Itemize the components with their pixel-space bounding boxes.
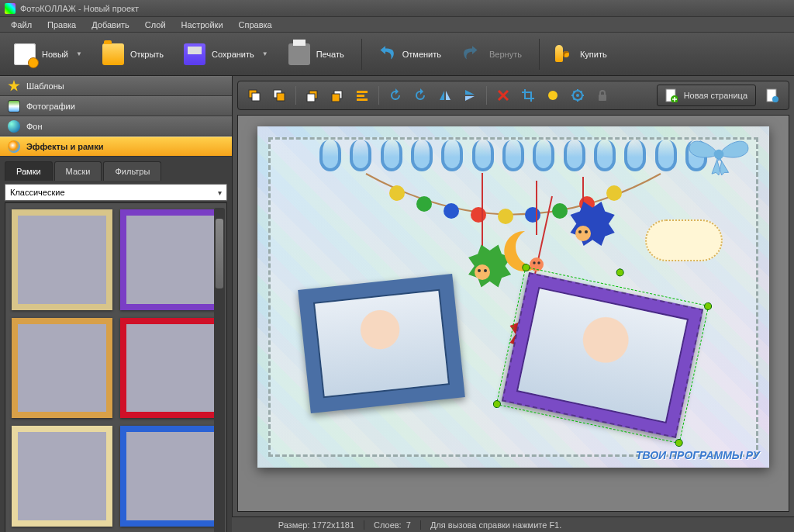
frame-thumb[interactable] [120,426,221,527]
redo-button: Вернуть [454,39,530,70]
new-icon [14,43,36,65]
frame-thumb[interactable] [120,209,221,310]
chevron-down-icon: ▼ [262,50,268,57]
svg-point-39 [575,226,591,241]
sidebar-item-effects[interactable]: Эффекты и рамки [0,136,232,157]
svg-rect-9 [357,95,364,97]
sidebar-item-templates[interactable]: Шаблоны [0,76,232,96]
tab-filters[interactable]: Фильтры [103,161,161,181]
spiral-decoration [319,140,707,173]
menu-settings[interactable]: Настройки [175,19,230,31]
align-button[interactable] [350,85,374,105]
canvas-toolbar: Новая страница [237,81,789,110]
effects-button[interactable] [541,85,564,105]
svg-rect-10 [357,98,368,101]
frame-thumb[interactable] [12,318,112,419]
canvas-area: Новая страница [233,76,794,516]
menu-help[interactable]: Справка [233,19,278,31]
send-backward-button[interactable] [301,85,324,105]
svg-point-21 [416,196,432,212]
bow-decoration [684,131,754,178]
svg-rect-8 [357,91,368,93]
crop-button[interactable] [516,85,540,105]
svg-rect-3 [277,93,285,101]
frames-grid [5,202,227,532]
photo-frame-1[interactable] [298,274,465,413]
effects-panel: Рамки Маски Фильтры Классические Создать… [0,157,232,532]
page-settings-button[interactable] [761,85,784,105]
menu-add[interactable]: Добавить [85,19,136,31]
sidebar-item-background[interactable]: Фон [0,116,232,136]
svg-point-11 [548,91,558,100]
svg-point-35 [484,269,487,272]
buy-button[interactable]: Купить [544,39,615,70]
collage-page[interactable]: ТВОИ ПРОГРАММЫ РУ [257,126,769,468]
frame-thumb[interactable] [12,209,112,310]
tab-frames[interactable]: Рамки [5,161,53,181]
main-toolbar: Новый▼ Открыть Сохранить▼ Печать Отменит… [0,33,794,76]
print-button[interactable]: Печать [281,39,352,70]
svg-point-22 [444,203,459,219]
folder-icon [102,43,124,65]
app-icon [5,3,16,14]
open-button[interactable]: Открыть [95,39,171,70]
window-title: ФотоКОЛЛАЖ - Новый проект [20,4,789,13]
chevron-down-icon: ▼ [76,50,82,57]
svg-point-34 [478,269,481,272]
new-button[interactable]: Новый▼ [6,39,90,70]
separator [361,39,362,70]
svg-point-38 [537,261,540,264]
layer-settings-button[interactable] [566,85,589,105]
viewport[interactable]: ТВОИ ПРОГРАММЫ РУ [237,115,789,512]
new-page-button[interactable]: Новая страница [657,85,756,106]
print-icon [288,43,310,65]
svg-point-13 [576,94,579,97]
star-icon [8,80,20,92]
frame-thumb[interactable] [12,426,112,527]
undo-button[interactable]: Отменить [367,39,449,70]
sidebar: Шаблоны Фотографии Фон Эффекты и рамки Р… [0,76,233,516]
page-add-icon [665,88,678,102]
menu-layer[interactable]: Слой [139,19,172,31]
svg-rect-7 [332,94,340,102]
svg-point-18 [772,96,778,102]
svg-rect-1 [252,93,260,101]
key-icon [552,43,574,65]
tab-masks[interactable]: Маски [54,161,102,181]
svg-point-33 [475,264,490,280]
menu-file[interactable]: Файл [5,19,38,31]
titlebar: ФотоКОЛЛАЖ - Новый проект [0,0,794,17]
redo-icon [461,43,483,65]
frame-category-dropdown[interactable]: Классические [5,184,227,201]
svg-point-40 [578,230,582,233]
svg-point-19 [714,150,724,160]
scrollbar[interactable] [214,208,225,532]
svg-point-37 [533,261,535,264]
watermark: ТВОИ ПРОГРАММЫ РУ [636,449,760,461]
rotate-left-button[interactable] [384,85,407,105]
svg-point-41 [585,230,588,233]
delete-button[interactable] [492,85,515,105]
svg-rect-14 [599,95,606,101]
globe-icon [8,120,20,133]
menu-edit[interactable]: Правка [41,19,82,31]
send-back-button[interactable] [326,85,349,105]
rotate-right-button[interactable] [409,85,432,105]
photo-icon [8,100,20,112]
save-button[interactable]: Сохранить▼ [176,39,276,70]
separator [539,39,540,70]
baby-photo [315,291,448,396]
svg-point-20 [389,185,405,201]
bring-front-button[interactable] [243,85,266,105]
flip-h-button[interactable] [433,85,457,105]
flip-v-button[interactable] [458,85,482,105]
undo-icon [375,43,396,65]
svg-rect-5 [307,94,315,102]
palette-icon [8,140,20,153]
save-icon [184,43,205,65]
sidebar-item-photos[interactable]: Фотографии [0,96,232,116]
bring-forward-button[interactable] [268,85,291,105]
lock-button [591,85,614,105]
frame-thumb[interactable] [120,318,221,419]
menubar: Файл Правка Добавить Слой Настройки Спра… [0,17,794,33]
